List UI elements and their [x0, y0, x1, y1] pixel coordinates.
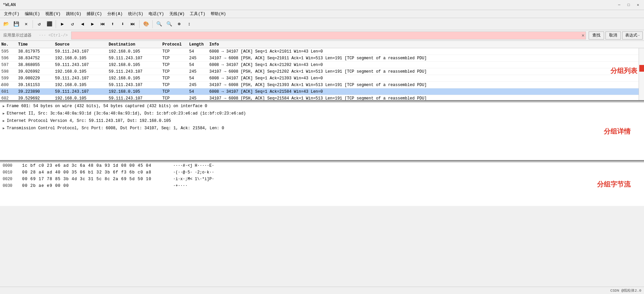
find-button[interactable]: 查找 — [589, 31, 604, 40]
menu-item-w[interactable]: 无线(W) — [167, 10, 187, 17]
toolbar-colorize[interactable]: 🎨 — [141, 19, 151, 29]
packet-row[interactable]: 59939.08022959.111.243.107192.168.0.105T… — [0, 75, 644, 82]
cell-proto: TCP — [161, 89, 188, 94]
menu-item-y[interactable]: 电话(Y) — [146, 10, 167, 17]
minimize-button[interactable]: ─ — [616, 2, 623, 8]
packet-list-body[interactable]: 59538.81797559.111.243.107192.168.0.105T… — [0, 48, 644, 100]
detail-row[interactable]: ▶ Frame 601: 54 bytes on wire (432 bits)… — [0, 102, 644, 110]
cell-len: 54 — [188, 49, 208, 54]
packet-bytes-section: 00001c bf c0 23 e6 ad 3c 6a 48 0a 93 1d … — [0, 162, 644, 206]
packet-row[interactable]: 59538.81797559.111.243.107192.168.0.105T… — [0, 48, 644, 55]
packet-row[interactable]: 59738.86805559.111.243.107192.168.0.105T… — [0, 62, 644, 68]
cell-src: 192.168.0.105 — [54, 83, 107, 87]
menu-item-e[interactable]: 编辑(E) — [22, 10, 43, 17]
menu-item-f[interactable]: 文件(F) — [1, 10, 22, 17]
cell-proto: TCP — [161, 69, 188, 74]
toolbar: 📂 💾 ✕ ↺ ⬛ ▶ ↺ ◀ ▶ ⏮ ⬆ ⬇ ⏭ 🎨 🔍 🔍 ⊕ ↕ — [0, 18, 644, 30]
packet-list-header: No. Time Source Destination Protocol Len… — [0, 41, 644, 48]
packet-list-section: No. Time Source Destination Protocol Len… — [0, 41, 644, 101]
toolbar-last[interactable]: ⏭ — [128, 19, 138, 29]
bytes-hex: 00 69 17 78 85 3b 4d 3c 31 5c 8c 2a 69 5… — [22, 177, 173, 181]
cell-proto: TCP — [161, 83, 188, 87]
cell-dst: 192.168.0.105 — [107, 76, 161, 81]
cell-info: 34107 → 6008 [PSH, ACK] Seq=21011 Ack=1 … — [208, 56, 644, 61]
packet-row[interactable]: ✓60039.161153192.168.0.10559.111.243.107… — [0, 82, 644, 88]
cell-src: 192.168.0.105 — [54, 56, 107, 61]
toolbar-zoom-reset[interactable]: ⊕ — [174, 19, 184, 29]
menu-item-s[interactable]: 统计(S) — [125, 10, 146, 17]
bytes-row: 003000 2b ae e9 00 00·+···· — [0, 182, 644, 189]
bytes-offset: 0000 — [3, 163, 19, 168]
toolbar-sep-2 — [56, 20, 56, 28]
cancel-button[interactable]: 取消 — [605, 31, 621, 40]
expand-icon: ▶ — [3, 119, 5, 123]
menu-item-v[interactable]: 视图(V) — [43, 10, 63, 17]
toolbar-filter-reset[interactable]: ↺ — [68, 19, 77, 29]
cell-info: 6008 → 34107 [ACK] Seq=1 Ack=21011 Win=4… — [208, 49, 644, 54]
col-header-len: Length — [188, 42, 208, 47]
toolbar-open[interactable]: 📂 — [1, 19, 11, 29]
toolbar-zoom-out[interactable]: 🔍 — [164, 19, 174, 29]
menu-item-h[interactable]: 帮助(H) — [208, 10, 229, 17]
bytes-row: 001000 28 a4 ad 40 00 35 06 b1 32 3b 6f … — [0, 169, 644, 176]
packet-bytes-body: 00001c bf c0 23 e6 ad 3c 6a 48 0a 93 1d … — [0, 162, 644, 189]
cell-no: 597 — [0, 63, 17, 67]
menu-item-a[interactable]: 分析(A) — [105, 10, 125, 17]
toolbar-fwd[interactable]: ▶ — [88, 19, 97, 29]
packet-row[interactable]: 60239.529692192.168.0.10559.111.243.107T… — [0, 95, 644, 100]
toolbar-sep-4 — [152, 20, 153, 28]
cell-no: 595 — [0, 49, 17, 54]
col-header-source: Source — [54, 42, 107, 47]
filter-bar: 应用显示过滤器 ··· <Ctrl-/> ✕ 查找 取消 表达式·· — [0, 30, 644, 41]
toolbar-sep-1 — [33, 20, 33, 28]
detail-row[interactable]: ▶ Internet Protocol Version 4, Src: 59.1… — [0, 117, 644, 125]
toolbar-save[interactable]: 💾 — [11, 19, 21, 29]
detail-text: Transmission Control Protocol, Src Port:… — [7, 126, 224, 131]
toolbar-restart[interactable]: ↺ — [35, 19, 44, 29]
toolbar-prev[interactable]: ⬆ — [108, 19, 117, 29]
cell-proto: TCP — [161, 96, 188, 100]
filter-shortcut: ··· <Ctrl-/> — [39, 33, 68, 38]
menu-item-c[interactable]: 捕获(C) — [84, 10, 105, 17]
menu-bar: 文件(F)编辑(E)视图(V)跳转(G)捕获(C)分析(A)统计(S)电话(Y)… — [0, 10, 644, 18]
detail-row[interactable]: ▶ Transmission Control Protocol, Src Por… — [0, 125, 644, 132]
cell-proto: TCP — [161, 63, 188, 67]
cell-dst: 59.111.243.107 — [107, 56, 161, 61]
detail-row[interactable]: ▶ Ethernet II, Src: 3c:6a:48:0a:93:1d (3… — [0, 110, 644, 117]
packet-row[interactable]: 59839.026992192.168.0.10559.111.243.107T… — [0, 68, 644, 75]
detail-text: Ethernet II, Src: 3c:6a:48:0a:93:1d (3c:… — [7, 111, 246, 116]
toolbar-resize[interactable]: ↕ — [184, 19, 194, 29]
cell-time: 39.529692 — [17, 96, 54, 100]
packet-row[interactable]: 60139.22389059.111.243.107192.168.0.105T… — [0, 88, 644, 95]
col-header-dest: Destination — [107, 42, 161, 47]
packet-row[interactable]: 59638.834752192.168.0.10559.111.243.107T… — [0, 55, 644, 62]
toolbar-close[interactable]: ✕ — [21, 19, 31, 29]
filter-input[interactable] — [71, 33, 580, 38]
close-button[interactable]: ✕ — [635, 2, 641, 8]
cell-dst: 59.111.243.107 — [107, 69, 161, 74]
bytes-hex: 1c bf c0 23 e6 ad 3c 6a 48 0a 93 1d 08 0… — [22, 163, 173, 168]
packet-list-scrollbar[interactable] — [639, 48, 644, 100]
toolbar-zoom-in[interactable]: 🔍 — [154, 19, 164, 29]
toolbar-filter-start[interactable]: ▶ — [58, 19, 67, 29]
toolbar-first[interactable]: ⏮ — [98, 19, 107, 29]
toolbar-next[interactable]: ⬇ — [118, 19, 127, 29]
detail-text: Internet Protocol Version 4, Src: 59.111… — [7, 119, 171, 123]
filter-clear-button[interactable]: ✕ — [580, 32, 586, 38]
menu-item-g[interactable]: 跳转(G) — [63, 10, 84, 17]
col-header-no: No. — [0, 42, 17, 47]
toolbar-back[interactable]: ◀ — [78, 19, 87, 29]
cell-time: 39.026992 — [17, 69, 54, 74]
toolbar-stop[interactable]: ⬛ — [45, 19, 54, 29]
maximize-button[interactable]: □ — [625, 2, 632, 8]
main-content: No. Time Source Destination Protocol Len… — [0, 41, 644, 287]
cell-len: 245 — [188, 96, 208, 100]
cell-len: 245 — [188, 56, 208, 61]
expression-button[interactable]: 表达式·· — [622, 31, 643, 40]
menu-item-t[interactable]: 工具(T) — [187, 10, 208, 17]
cell-proto: TCP — [161, 56, 188, 61]
cell-info: 6008 → 34107 [ACK] Seq=1 Ack=21393 Win=4… — [208, 76, 644, 81]
cell-len: 245 — [188, 83, 208, 87]
cell-len: 54 — [188, 76, 208, 81]
cell-time: 39.223890 — [17, 89, 54, 94]
